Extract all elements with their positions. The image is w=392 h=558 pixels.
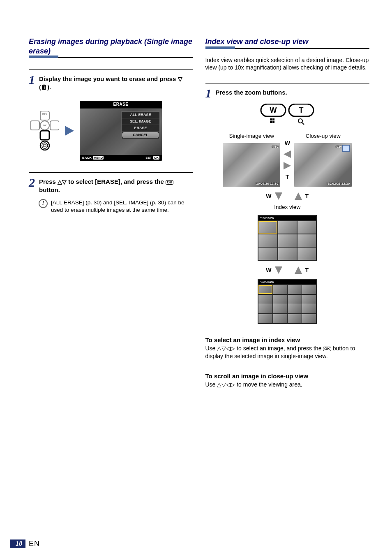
subhead-scroll: To scroll an image in close-up view [205, 373, 370, 380]
svg-point-8 [42, 143, 48, 148]
index-thumb [273, 304, 287, 313]
image-counter: 4/30 [336, 145, 342, 148]
svg-text:OK: OK [43, 124, 47, 127]
right-triangle-icon: ▷ [231, 381, 235, 388]
index-thumb [258, 248, 277, 260]
page-number: 18 [10, 539, 25, 548]
step-1-left: 1 Display the image you want to erase an… [29, 69, 193, 92]
image-timestamp: '10/02/26 12:30 [327, 182, 350, 185]
zoom-buttons-icon: W T [258, 104, 316, 125]
down-triangle-icon: ▽ [62, 178, 67, 185]
note-text: [ALL ERASE] (p. 30) and [SEL. IMAGE] (p.… [51, 199, 193, 214]
arrow-right-icon [284, 162, 291, 169]
index-thumb [273, 295, 287, 304]
index-view-label: Index view [205, 204, 370, 210]
svg-point-17 [298, 119, 302, 123]
arrow-down-icon [275, 192, 282, 200]
index-thumb [258, 314, 272, 323]
back-label: BACKMENU [82, 156, 104, 160]
intro-text: Index view enables quick selection of a … [205, 56, 370, 72]
erase-menu-list: ALL ERASE SEL. IMAGE ERASE CANCEL [121, 111, 160, 139]
index-thumb [258, 234, 277, 247]
page-footer: 18 EN [10, 539, 40, 548]
index-thumb [288, 304, 302, 313]
down-triangle-icon: ▽ [178, 76, 182, 82]
ok-button-icon: OK [166, 180, 174, 185]
index-grid-3: '10/02/26 [258, 215, 317, 261]
up-triangle-icon: △ [58, 178, 62, 185]
step-number: 1 [205, 88, 212, 99]
svg-text:W: W [270, 106, 277, 114]
svg-rect-13 [270, 118, 272, 120]
closeup-view-label: Close-up view [294, 133, 352, 139]
index-thumb-selected [258, 221, 277, 234]
section-title-erase: Erasing images during playback (Single i… [29, 37, 193, 58]
image-timestamp: '10/02/26 12:30 [256, 182, 279, 185]
svg-rect-14 [272, 118, 274, 120]
svg-rect-15 [270, 121, 272, 123]
svg-text:T: T [299, 106, 304, 114]
arrow-down-icon [275, 266, 282, 274]
diagram-erase: INFO OK ERASE ALL ERASE SEL. IMAGE ERASE… [30, 101, 193, 161]
step-number: 2 [29, 177, 35, 188]
step-2-text: Press △▽ to select [ERASE], and press th… [39, 178, 193, 194]
index-thumb [297, 221, 316, 234]
menu-item: SEL. IMAGE [122, 118, 159, 125]
right-triangle-icon: ▷ [231, 345, 235, 352]
index-thumb [297, 248, 316, 260]
arrow-left-icon [284, 150, 291, 158]
single-view-label: Single-image view [223, 133, 280, 139]
up-triangle-icon: △ [217, 381, 221, 388]
language-code: EN [29, 539, 40, 548]
index-thumb [258, 295, 272, 304]
index-thumb [302, 304, 316, 313]
menu-item-selected: CANCEL [122, 132, 159, 138]
caution-icon: ! [39, 199, 48, 208]
svg-text:INFO: INFO [42, 113, 47, 115]
image-counter: 4/30 [272, 145, 279, 148]
step-2-left: 2 Press △▽ to select [ERASE], and press … [29, 172, 193, 194]
underline-accent [205, 46, 235, 49]
left-triangle-icon: ◁ [226, 381, 231, 388]
index-thumb [302, 314, 316, 323]
note: ! [ALL ERASE] (p. 30) and [SEL. IMAGE] (… [39, 199, 193, 214]
index-thumb [278, 234, 297, 247]
underline-accent [29, 56, 58, 58]
svg-rect-3 [40, 131, 49, 140]
trash-icon: 🗑 [41, 83, 47, 90]
step-1-right-text: Press the zoom buttons. [216, 88, 287, 97]
index-thumb [288, 314, 302, 323]
svg-rect-1 [30, 121, 39, 130]
index-thumb [278, 221, 297, 234]
index-thumb [273, 285, 287, 294]
index-thumb [258, 304, 272, 313]
index-thumb [302, 285, 316, 294]
svg-rect-2 [50, 121, 59, 130]
t-label: T [286, 174, 289, 180]
subhead-select: To select an image in index view [205, 336, 370, 343]
svg-line-18 [302, 123, 304, 125]
index-thumb [302, 295, 316, 304]
arrow-up-icon [295, 192, 302, 200]
step-number: 1 [29, 74, 35, 85]
arrow-right-icon [65, 126, 74, 136]
menu-item: ERASE [122, 125, 159, 132]
index-thumb [273, 314, 287, 323]
up-triangle-icon: △ [217, 345, 221, 352]
w-label: W [285, 140, 290, 146]
index-date: '10/02/26 [258, 216, 316, 220]
zoom-area-icon [342, 145, 350, 152]
ok-button-icon: OK [323, 347, 331, 351]
svg-rect-16 [272, 121, 274, 123]
closeup-image-preview: 4/30 '10/02/26 12:30 [294, 143, 352, 187]
step-1-text: Display the image you want to erase and … [39, 75, 193, 92]
wt-toggle-2: W T [205, 266, 370, 274]
screen-title: ERASE [80, 101, 162, 108]
wt-arrows: W T [284, 140, 291, 180]
index-date: '10/02/26 [258, 280, 316, 284]
erase-menu-screen: ERASE ALL ERASE SEL. IMAGE ERASE CANCEL … [80, 101, 162, 161]
subtext-select: Use △▽◁▷ to select an image, and press t… [205, 345, 370, 360]
index-thumb [288, 285, 302, 294]
arrow-pad-icon: INFO OK [30, 111, 59, 150]
index-thumb [288, 295, 302, 304]
